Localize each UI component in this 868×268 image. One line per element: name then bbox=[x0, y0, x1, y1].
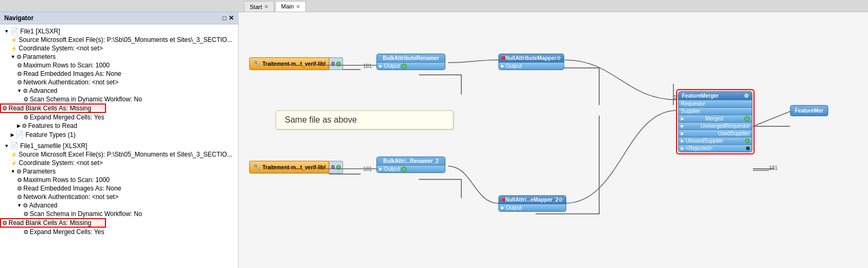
settings-icon[interactable]: ⚙ bbox=[331, 61, 335, 66]
tree-item-sf-maxrows[interactable]: ⚙ Maximum Rows to Scan: 1000 bbox=[0, 176, 238, 184]
tree-item-sf-images[interactable]: ⚙ Read Embedded Images As: None bbox=[0, 184, 238, 193]
tab-start-close[interactable]: ✕ bbox=[264, 4, 268, 10]
tree-item-maxrows1[interactable]: ⚙ Maximum Rows to Scan: 1000 bbox=[0, 61, 238, 70]
tree-item-network1[interactable]: ⚙ Network Authentication: <not set> bbox=[0, 78, 238, 87]
traitement-icon: 🔧 bbox=[253, 163, 261, 171]
connectors-svg bbox=[239, 12, 868, 268]
gear-icon: ⚙ bbox=[17, 62, 22, 69]
feature-merger-node[interactable]: FeatureMerger ⚙ Requestor Supplier ▶ Mer… bbox=[678, 91, 752, 152]
port-arrow: ▶ bbox=[681, 116, 684, 121]
tree-label: Advanced bbox=[29, 202, 57, 209]
null-mapper-bot-node[interactable]: NullAttri...eMapper_2 ⚙ ▶ Output bbox=[498, 195, 566, 212]
tree-label: Read Blank Cells As: Missing bbox=[8, 105, 91, 112]
tree-item-source1[interactable]: ⚡ Source Microsoft Excel File(s): P:\Sb\… bbox=[0, 36, 238, 44]
label-181-1: 181 bbox=[363, 63, 372, 69]
featuremer-out-node[interactable]: FeatureMer bbox=[790, 105, 828, 116]
fm-used-port[interactable]: ▶ UsedSupplier bbox=[679, 129, 752, 137]
fm-header[interactable]: FeatureMerger ⚙ bbox=[679, 92, 752, 100]
tab-main[interactable]: Main ✕ bbox=[275, 1, 306, 12]
bulk-renamer-bot-node[interactable]: BulkAttri...Renamer_2 ▶ Output bbox=[376, 157, 445, 173]
settings-icon[interactable]: ⚙ bbox=[331, 165, 335, 170]
feature-types-icon: 📄 bbox=[15, 131, 24, 139]
tree-item-sf-merged[interactable]: ⚙ Expand Merged Cells: Yes bbox=[0, 228, 238, 236]
fm-requestor-port[interactable]: Requestor bbox=[679, 100, 752, 107]
coord-icon: ⚡ bbox=[11, 46, 17, 51]
navigator-header-icons: □ ✕ bbox=[223, 14, 234, 22]
port-arrow: ▶ bbox=[681, 124, 684, 128]
port-arrow: ▶ bbox=[681, 146, 684, 151]
port-arrow: ▶ bbox=[501, 205, 504, 210]
traitement-top-node[interactable]: 🔧 Traitement-m...t_verif-libl ⚙ bbox=[249, 57, 343, 70]
bulk-top-output-port[interactable]: ▶ Output bbox=[377, 62, 445, 70]
tree-item-advanced1[interactable]: ▼ ⚙ Advanced bbox=[0, 87, 238, 95]
tree-label: File1 [XLSXR] bbox=[20, 28, 60, 35]
restore-icon[interactable]: □ bbox=[223, 14, 226, 22]
expand-arrow: ▼ bbox=[4, 29, 9, 34]
gear-icon: ⚙ bbox=[2, 220, 7, 227]
fm-supplier-port[interactable]: Supplier bbox=[679, 107, 752, 115]
port-arrow: ▶ bbox=[379, 167, 382, 171]
tree-item-sf-coord[interactable]: ⚡ Coordinate System: <not set> bbox=[0, 159, 238, 167]
tab-start-label: Start bbox=[250, 4, 262, 10]
fm-rejected-port[interactable]: ▶ <Rejected> bbox=[679, 144, 752, 152]
fm-merged-label: Merged bbox=[705, 116, 723, 122]
null-top-gear[interactable]: ⚙ bbox=[556, 55, 561, 61]
tree-label: Maximum Rows to Scan: 1000 bbox=[23, 176, 110, 184]
gear-icon: ⚙ bbox=[23, 229, 29, 236]
tree-item-sf-network[interactable]: ⚙ Network Authentication: <not set> bbox=[0, 193, 238, 201]
fm-title: FeatureMerger bbox=[682, 93, 718, 99]
tree-item-featuretypes1[interactable]: ▶ 📄 Feature Types (1) bbox=[0, 130, 238, 139]
fm-unused-port[interactable]: ▶ UnusedSupplier bbox=[679, 137, 752, 144]
tree-item-merged1[interactable]: ⚙ Expand Merged Cells: Yes bbox=[0, 113, 238, 122]
nav-tree: ▼ 📄 File1 [XLSXR] ⚡ Source Microsoft Exc… bbox=[0, 24, 238, 268]
bulk-bot-header: BulkAttri...Renamer_2 bbox=[377, 157, 445, 165]
tree-item-sf-scan[interactable]: ⚙ Scan Schema in Dynamic Workflow: No bbox=[0, 210, 238, 218]
expand-arrow: ▼ bbox=[17, 88, 22, 93]
source-icon: ⚡ bbox=[11, 37, 17, 43]
tree-item-scan1[interactable]: ⚙ Scan Schema in Dynamic Workflow: No bbox=[0, 95, 238, 103]
bulk-bot-output-port[interactable]: ▶ Output bbox=[377, 165, 445, 172]
tree-item-sf-advanced[interactable]: ▼ ⚙ Advanced bbox=[0, 201, 238, 210]
tree-item-file1[interactable]: ▼ 📄 File1 [XLSXR] bbox=[0, 27, 238, 36]
source-icon: ⚡ bbox=[11, 152, 17, 158]
navigator-header: Navigator □ ✕ bbox=[0, 12, 238, 24]
gear-icon: ⚙ bbox=[22, 123, 27, 129]
tree-item-sf-source[interactable]: ⚡ Source Microsoft Excel File(s): P:\Sb\… bbox=[0, 150, 238, 159]
fm-requestor-label: Requestor bbox=[681, 101, 705, 107]
fm-merged-port[interactable]: ▶ Merged bbox=[679, 115, 752, 122]
file-icon: 📄 bbox=[10, 142, 19, 150]
fm-unmerged-port[interactable]: ▶ UnmergedRequestor bbox=[679, 122, 752, 129]
gear-icon: ⚙ bbox=[23, 211, 29, 218]
traitement-top-label: Traitement-m...t_verif-libl bbox=[262, 61, 326, 67]
tree-item-sf-blank[interactable]: ⚙ Read Blank Cells As: Missing bbox=[0, 218, 106, 228]
tab-main-close[interactable]: ✕ bbox=[296, 4, 300, 10]
output-label: Output bbox=[384, 63, 400, 69]
tree-item-params1[interactable]: ▼ ⚙ Parameters bbox=[0, 53, 238, 61]
traitement-bot-node[interactable]: 🔧 Traitement-m...t_verif-libl ⚙ bbox=[249, 161, 343, 174]
tree-item-samefile[interactable]: ▼ 📄 File1_samefile [XLSXR] bbox=[0, 141, 238, 150]
fm-rejected-label: <Rejected> bbox=[686, 145, 713, 151]
bulk-renamer-top-node[interactable]: BulkAttributeRenamer ▶ Output bbox=[376, 54, 445, 70]
tree-item-images1[interactable]: ⚙ Read Embedded Images As: None bbox=[0, 70, 238, 78]
tree-item-coord1[interactable]: ⚡ Coordinate System: <not set> bbox=[0, 44, 238, 53]
tree-label: Feature Types (1) bbox=[25, 131, 76, 139]
tab-start[interactable]: Start ✕ bbox=[244, 1, 274, 12]
gear-icon: ⚙ bbox=[17, 79, 22, 86]
null-bot-label: NullAttri...eMapper_2 bbox=[505, 197, 558, 203]
tree-item-features1[interactable]: ▶ ⚙ Features to Read bbox=[0, 122, 238, 130]
port-circle bbox=[401, 64, 407, 69]
null-bot-gear[interactable]: ⚙ bbox=[558, 197, 563, 203]
tree-item-sf-params[interactable]: ▼ ⚙ Parameters bbox=[0, 167, 238, 176]
close-icon[interactable]: ✕ bbox=[229, 14, 234, 22]
gear-icon: ⚙ bbox=[23, 96, 29, 103]
inspect-icon[interactable] bbox=[336, 62, 341, 66]
tree-label: Source Microsoft Excel File(s): P:\Sb\05… bbox=[19, 36, 232, 44]
null-mapper-top-node[interactable]: NullAttributeMapper ⚙ ▶ Output bbox=[498, 54, 564, 70]
null-top-output-port[interactable]: ▶ Output bbox=[499, 62, 564, 70]
tree-label: Network Authentication: <not set> bbox=[23, 193, 118, 201]
tree-label: Maximum Rows to Scan: 1000 bbox=[23, 62, 110, 69]
fm-gear[interactable]: ⚙ bbox=[744, 93, 749, 99]
tree-item-blank1[interactable]: ⚙ Read Blank Cells As: Missing bbox=[0, 103, 106, 113]
null-bot-output-port[interactable]: ▶ Output bbox=[499, 204, 566, 211]
inspect-icon[interactable] bbox=[336, 165, 341, 170]
